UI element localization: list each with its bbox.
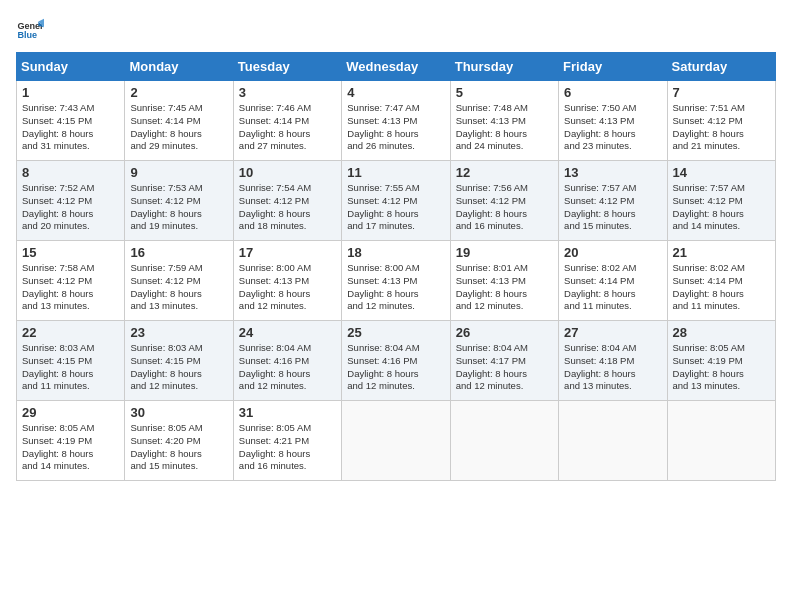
day-number: 14 xyxy=(673,165,770,180)
cell-sun-info: Sunrise: 8:04 AM Sunset: 4:17 PM Dayligh… xyxy=(456,342,553,393)
day-number: 12 xyxy=(456,165,553,180)
col-header-thursday: Thursday xyxy=(450,53,558,81)
day-number: 4 xyxy=(347,85,444,100)
cell-sun-info: Sunrise: 8:05 AM Sunset: 4:20 PM Dayligh… xyxy=(130,422,227,473)
day-number: 11 xyxy=(347,165,444,180)
day-number: 8 xyxy=(22,165,119,180)
calendar-cell xyxy=(667,401,775,481)
cell-sun-info: Sunrise: 8:00 AM Sunset: 4:13 PM Dayligh… xyxy=(347,262,444,313)
cell-sun-info: Sunrise: 8:02 AM Sunset: 4:14 PM Dayligh… xyxy=(564,262,661,313)
day-number: 19 xyxy=(456,245,553,260)
calendar-cell: 16Sunrise: 7:59 AM Sunset: 4:12 PM Dayli… xyxy=(125,241,233,321)
cell-sun-info: Sunrise: 7:45 AM Sunset: 4:14 PM Dayligh… xyxy=(130,102,227,153)
day-number: 20 xyxy=(564,245,661,260)
cell-sun-info: Sunrise: 8:05 AM Sunset: 4:21 PM Dayligh… xyxy=(239,422,336,473)
cell-sun-info: Sunrise: 8:03 AM Sunset: 4:15 PM Dayligh… xyxy=(22,342,119,393)
day-number: 22 xyxy=(22,325,119,340)
calendar-week-row: 1Sunrise: 7:43 AM Sunset: 4:15 PM Daylig… xyxy=(17,81,776,161)
calendar-cell: 21Sunrise: 8:02 AM Sunset: 4:14 PM Dayli… xyxy=(667,241,775,321)
day-number: 1 xyxy=(22,85,119,100)
day-number: 25 xyxy=(347,325,444,340)
cell-sun-info: Sunrise: 8:04 AM Sunset: 4:16 PM Dayligh… xyxy=(239,342,336,393)
cell-sun-info: Sunrise: 7:54 AM Sunset: 4:12 PM Dayligh… xyxy=(239,182,336,233)
calendar-cell xyxy=(450,401,558,481)
cell-sun-info: Sunrise: 8:01 AM Sunset: 4:13 PM Dayligh… xyxy=(456,262,553,313)
day-number: 6 xyxy=(564,85,661,100)
calendar-cell: 20Sunrise: 8:02 AM Sunset: 4:14 PM Dayli… xyxy=(559,241,667,321)
calendar-cell: 7Sunrise: 7:51 AM Sunset: 4:12 PM Daylig… xyxy=(667,81,775,161)
cell-sun-info: Sunrise: 7:52 AM Sunset: 4:12 PM Dayligh… xyxy=(22,182,119,233)
calendar-table: SundayMondayTuesdayWednesdayThursdayFrid… xyxy=(16,52,776,481)
calendar-header-row: SundayMondayTuesdayWednesdayThursdayFrid… xyxy=(17,53,776,81)
day-number: 29 xyxy=(22,405,119,420)
calendar-cell: 1Sunrise: 7:43 AM Sunset: 4:15 PM Daylig… xyxy=(17,81,125,161)
calendar-cell: 22Sunrise: 8:03 AM Sunset: 4:15 PM Dayli… xyxy=(17,321,125,401)
cell-sun-info: Sunrise: 8:03 AM Sunset: 4:15 PM Dayligh… xyxy=(130,342,227,393)
cell-sun-info: Sunrise: 7:51 AM Sunset: 4:12 PM Dayligh… xyxy=(673,102,770,153)
logo: General Blue xyxy=(16,16,44,44)
day-number: 23 xyxy=(130,325,227,340)
day-number: 3 xyxy=(239,85,336,100)
calendar-cell: 24Sunrise: 8:04 AM Sunset: 4:16 PM Dayli… xyxy=(233,321,341,401)
calendar-cell: 10Sunrise: 7:54 AM Sunset: 4:12 PM Dayli… xyxy=(233,161,341,241)
day-number: 28 xyxy=(673,325,770,340)
col-header-sunday: Sunday xyxy=(17,53,125,81)
cell-sun-info: Sunrise: 8:00 AM Sunset: 4:13 PM Dayligh… xyxy=(239,262,336,313)
calendar-cell: 14Sunrise: 7:57 AM Sunset: 4:12 PM Dayli… xyxy=(667,161,775,241)
calendar-cell: 6Sunrise: 7:50 AM Sunset: 4:13 PM Daylig… xyxy=(559,81,667,161)
cell-sun-info: Sunrise: 7:48 AM Sunset: 4:13 PM Dayligh… xyxy=(456,102,553,153)
cell-sun-info: Sunrise: 7:59 AM Sunset: 4:12 PM Dayligh… xyxy=(130,262,227,313)
calendar-cell xyxy=(559,401,667,481)
day-number: 2 xyxy=(130,85,227,100)
cell-sun-info: Sunrise: 8:05 AM Sunset: 4:19 PM Dayligh… xyxy=(22,422,119,473)
calendar-cell: 4Sunrise: 7:47 AM Sunset: 4:13 PM Daylig… xyxy=(342,81,450,161)
calendar-cell: 19Sunrise: 8:01 AM Sunset: 4:13 PM Dayli… xyxy=(450,241,558,321)
calendar-cell: 12Sunrise: 7:56 AM Sunset: 4:12 PM Dayli… xyxy=(450,161,558,241)
calendar-week-row: 8Sunrise: 7:52 AM Sunset: 4:12 PM Daylig… xyxy=(17,161,776,241)
col-header-friday: Friday xyxy=(559,53,667,81)
calendar-cell xyxy=(342,401,450,481)
calendar-cell: 2Sunrise: 7:45 AM Sunset: 4:14 PM Daylig… xyxy=(125,81,233,161)
cell-sun-info: Sunrise: 7:56 AM Sunset: 4:12 PM Dayligh… xyxy=(456,182,553,233)
cell-sun-info: Sunrise: 7:47 AM Sunset: 4:13 PM Dayligh… xyxy=(347,102,444,153)
cell-sun-info: Sunrise: 7:58 AM Sunset: 4:12 PM Dayligh… xyxy=(22,262,119,313)
calendar-cell: 31Sunrise: 8:05 AM Sunset: 4:21 PM Dayli… xyxy=(233,401,341,481)
calendar-week-row: 15Sunrise: 7:58 AM Sunset: 4:12 PM Dayli… xyxy=(17,241,776,321)
day-number: 21 xyxy=(673,245,770,260)
calendar-cell: 8Sunrise: 7:52 AM Sunset: 4:12 PM Daylig… xyxy=(17,161,125,241)
day-number: 5 xyxy=(456,85,553,100)
calendar-cell: 11Sunrise: 7:55 AM Sunset: 4:12 PM Dayli… xyxy=(342,161,450,241)
calendar-cell: 29Sunrise: 8:05 AM Sunset: 4:19 PM Dayli… xyxy=(17,401,125,481)
cell-sun-info: Sunrise: 8:04 AM Sunset: 4:18 PM Dayligh… xyxy=(564,342,661,393)
day-number: 9 xyxy=(130,165,227,180)
page-header: General Blue xyxy=(16,16,776,44)
day-number: 24 xyxy=(239,325,336,340)
calendar-cell: 3Sunrise: 7:46 AM Sunset: 4:14 PM Daylig… xyxy=(233,81,341,161)
cell-sun-info: Sunrise: 7:46 AM Sunset: 4:14 PM Dayligh… xyxy=(239,102,336,153)
calendar-cell: 15Sunrise: 7:58 AM Sunset: 4:12 PM Dayli… xyxy=(17,241,125,321)
col-header-tuesday: Tuesday xyxy=(233,53,341,81)
cell-sun-info: Sunrise: 7:43 AM Sunset: 4:15 PM Dayligh… xyxy=(22,102,119,153)
day-number: 18 xyxy=(347,245,444,260)
calendar-cell: 17Sunrise: 8:00 AM Sunset: 4:13 PM Dayli… xyxy=(233,241,341,321)
col-header-monday: Monday xyxy=(125,53,233,81)
day-number: 30 xyxy=(130,405,227,420)
day-number: 15 xyxy=(22,245,119,260)
day-number: 27 xyxy=(564,325,661,340)
calendar-cell: 13Sunrise: 7:57 AM Sunset: 4:12 PM Dayli… xyxy=(559,161,667,241)
day-number: 26 xyxy=(456,325,553,340)
col-header-saturday: Saturday xyxy=(667,53,775,81)
calendar-cell: 28Sunrise: 8:05 AM Sunset: 4:19 PM Dayli… xyxy=(667,321,775,401)
svg-text:Blue: Blue xyxy=(17,30,37,40)
cell-sun-info: Sunrise: 8:02 AM Sunset: 4:14 PM Dayligh… xyxy=(673,262,770,313)
day-number: 10 xyxy=(239,165,336,180)
cell-sun-info: Sunrise: 7:55 AM Sunset: 4:12 PM Dayligh… xyxy=(347,182,444,233)
calendar-week-row: 29Sunrise: 8:05 AM Sunset: 4:19 PM Dayli… xyxy=(17,401,776,481)
col-header-wednesday: Wednesday xyxy=(342,53,450,81)
calendar-cell: 27Sunrise: 8:04 AM Sunset: 4:18 PM Dayli… xyxy=(559,321,667,401)
calendar-cell: 25Sunrise: 8:04 AM Sunset: 4:16 PM Dayli… xyxy=(342,321,450,401)
logo-icon: General Blue xyxy=(16,16,44,44)
calendar-cell: 5Sunrise: 7:48 AM Sunset: 4:13 PM Daylig… xyxy=(450,81,558,161)
cell-sun-info: Sunrise: 7:53 AM Sunset: 4:12 PM Dayligh… xyxy=(130,182,227,233)
day-number: 31 xyxy=(239,405,336,420)
